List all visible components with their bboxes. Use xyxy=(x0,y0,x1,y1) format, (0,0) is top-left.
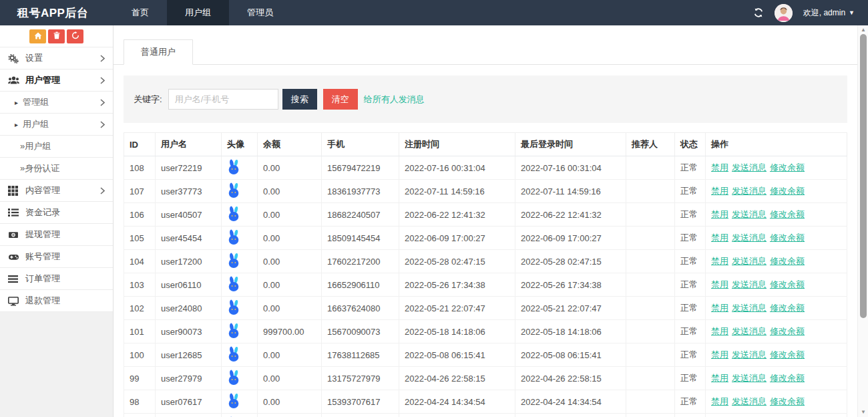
actions-cell: 禁用发送消息修改余额 xyxy=(706,390,847,414)
last-login-cell: 2022-06-22 12:41:32 xyxy=(515,203,626,227)
referrer-cell xyxy=(626,203,675,227)
brand-title[interactable]: 租号APP后台 xyxy=(0,0,114,25)
referrer-cell xyxy=(626,343,675,367)
modify-balance-link[interactable]: 修改余额 xyxy=(770,373,805,383)
broadcast-message-link[interactable]: 给所有人发消息 xyxy=(364,94,425,106)
disable-link[interactable]: 禁用 xyxy=(711,186,728,196)
send-message-link[interactable]: 发送消息 xyxy=(732,303,767,313)
sidebar-item-funds-record[interactable]: 资金记录 xyxy=(0,202,113,224)
keyword-input[interactable] xyxy=(168,89,278,110)
sidebar-item-user-management[interactable]: 用户管理 xyxy=(0,70,113,92)
avatar-cell xyxy=(222,320,258,343)
tab-normal-users[interactable]: 普通用户 xyxy=(124,39,193,65)
sidebar-item-order-management[interactable]: 订单管理 xyxy=(0,268,113,290)
sidebar-item-user-group-sub[interactable]: »用户组 xyxy=(0,136,113,158)
username-cell: user45454 xyxy=(156,227,222,250)
nav-tab-home[interactable]: 首页 xyxy=(114,0,167,25)
table-row: 101user90073999700.00156700900732022-05-… xyxy=(124,320,847,343)
chevron-right-icon xyxy=(100,187,105,194)
scroll-up-arrow[interactable]: ▲ xyxy=(858,25,868,33)
user-avatar[interactable] xyxy=(775,4,793,22)
caret-right-icon: ▸ xyxy=(15,121,18,128)
last-login-cell: 2022-05-28 02:47:15 xyxy=(515,250,626,273)
send-message-link[interactable]: 发送消息 xyxy=(732,186,767,196)
id-cell: 107 xyxy=(124,180,156,203)
disable-link[interactable]: 禁用 xyxy=(711,162,728,172)
balance-cell: 0.00 xyxy=(258,227,322,250)
user-dropdown[interactable]: 欢迎, admin ▼ xyxy=(803,7,855,19)
scrollbar-thumb[interactable] xyxy=(860,34,867,318)
sidebar-item-user-group[interactable]: ▸用户组 xyxy=(0,114,113,136)
sidebar-item-account-management[interactable]: 账号管理 xyxy=(0,246,113,268)
modify-balance-link[interactable]: 修改余额 xyxy=(770,326,805,336)
send-message-link[interactable]: 发送消息 xyxy=(732,279,767,289)
phone-cell xyxy=(322,414,399,417)
modify-balance-link[interactable]: 修改余额 xyxy=(770,209,805,219)
status-cell: 正常 xyxy=(675,156,706,180)
send-message-link[interactable]: 发送消息 xyxy=(732,233,767,243)
status-cell: 正常 xyxy=(675,203,706,227)
username-cell: user27979 xyxy=(156,367,222,390)
status-cell: 正常 xyxy=(675,320,706,343)
clear-button[interactable]: 清空 xyxy=(323,89,358,110)
id-cell: 100 xyxy=(124,343,156,367)
modify-balance-link[interactable]: 修改余额 xyxy=(770,162,805,172)
modify-balance-link[interactable]: 修改余额 xyxy=(770,233,805,243)
sidebar-item-settings[interactable]: 设置 xyxy=(0,47,113,70)
actions-cell: 禁用发送消息修改余额 xyxy=(706,320,847,343)
disable-link[interactable]: 禁用 xyxy=(711,279,728,289)
nav-tab-admin[interactable]: 管理员 xyxy=(229,0,291,25)
search-button[interactable]: 搜索 xyxy=(282,89,317,110)
send-message-link[interactable]: 发送消息 xyxy=(732,396,767,406)
referrer-cell xyxy=(626,414,675,417)
sidebar-item-admin-group[interactable]: ▸管理组 xyxy=(0,92,113,114)
scroll-down-arrow[interactable]: ▼ xyxy=(858,408,868,416)
recycle-button[interactable] xyxy=(67,29,83,43)
disable-link[interactable]: 禁用 xyxy=(711,396,728,406)
modify-balance-link[interactable]: 修改余额 xyxy=(770,256,805,266)
bunny-avatar-icon xyxy=(227,307,240,317)
disable-link[interactable]: 禁用 xyxy=(711,373,728,383)
disable-link[interactable]: 禁用 xyxy=(711,350,728,360)
sidebar-item-label: 提现管理 xyxy=(25,229,60,241)
column-header: 用户名 xyxy=(156,133,222,156)
refresh-icon[interactable] xyxy=(753,7,764,18)
disable-link[interactable]: 禁用 xyxy=(711,233,728,243)
sidebar-item-identity-auth[interactable]: »身份认证 xyxy=(0,158,113,180)
th-icon xyxy=(8,186,19,196)
phone-cell: 15670090073 xyxy=(322,320,399,343)
modify-balance-link[interactable]: 修改余额 xyxy=(770,350,805,360)
modify-balance-link[interactable]: 修改余额 xyxy=(770,186,805,196)
home-button[interactable] xyxy=(29,29,46,43)
disable-link[interactable]: 禁用 xyxy=(711,303,728,313)
id-cell: 104 xyxy=(124,250,156,273)
sidebar-item-content-management[interactable]: 内容管理 xyxy=(0,180,113,202)
sidebar-item-refund-management[interactable]: 退款管理 xyxy=(0,290,113,312)
search-panel: 关键字: 搜索 清空 给所有人发消息 xyxy=(124,76,847,123)
vertical-scrollbar: ▲ ▼ xyxy=(857,25,868,417)
welcome-text: 欢迎, admin xyxy=(803,7,845,19)
send-message-link[interactable]: 发送消息 xyxy=(732,256,767,266)
modify-balance-link[interactable]: 修改余额 xyxy=(770,303,805,313)
sidebar-item-label: 资金记录 xyxy=(25,206,60,219)
disable-link[interactable]: 禁用 xyxy=(711,256,728,266)
phone-cell: 15679472219 xyxy=(322,156,399,180)
modify-balance-link[interactable]: 修改余额 xyxy=(770,396,805,406)
disable-link[interactable]: 禁用 xyxy=(711,326,728,336)
username-cell: user40507 xyxy=(156,203,222,227)
bunny-avatar-icon xyxy=(227,213,240,223)
send-message-link[interactable]: 发送消息 xyxy=(732,162,767,172)
send-message-link[interactable]: 发送消息 xyxy=(732,326,767,336)
nav-tab-user-group[interactable]: 用户组 xyxy=(167,0,229,25)
disable-link[interactable]: 禁用 xyxy=(711,209,728,219)
balance-cell: 0.00 xyxy=(258,367,322,390)
send-message-link[interactable]: 发送消息 xyxy=(732,209,767,219)
sidebar-item-label: 退款管理 xyxy=(25,295,60,307)
send-message-link[interactable]: 发送消息 xyxy=(732,350,767,360)
trash-button[interactable] xyxy=(48,29,65,43)
send-message-link[interactable]: 发送消息 xyxy=(732,373,767,383)
referrer-cell xyxy=(626,390,675,414)
balance-cell: 0.00 xyxy=(258,250,322,273)
sidebar-item-withdrawal-management[interactable]: 提现管理 xyxy=(0,224,113,246)
modify-balance-link[interactable]: 修改余额 xyxy=(770,279,805,289)
